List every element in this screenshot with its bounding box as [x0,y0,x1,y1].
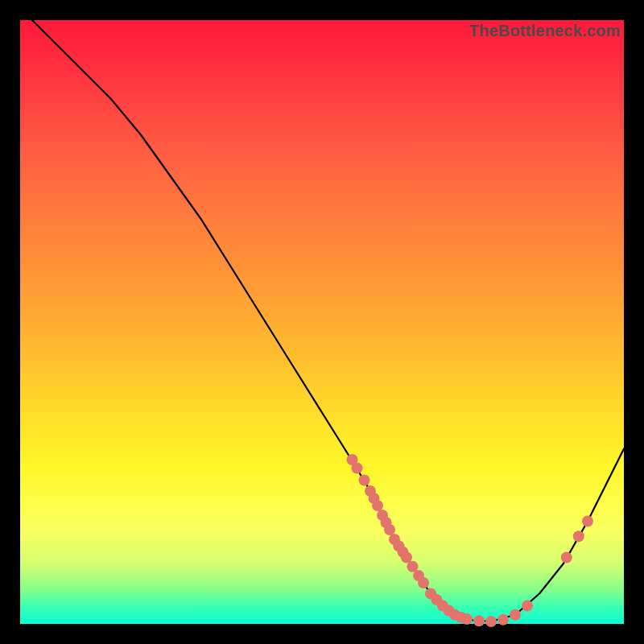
bottleneck-curve-line [32,20,624,621]
curve-marker [359,475,370,486]
chart-frame: TheBottleneck.com [20,20,624,624]
curve-marker [573,530,584,542]
curve-marker [497,614,509,625]
curve-marker [582,516,593,527]
curve-marker [485,616,497,627]
curve-marker [372,500,383,511]
curve-marker [384,524,395,535]
curve-marker [510,609,521,621]
curve-marker [418,577,429,588]
curve-marker [352,463,363,474]
chart-svg [20,20,624,624]
curve-marker [561,552,572,564]
curve-marker [473,615,485,626]
curve-markers-group [347,454,594,627]
curve-marker [461,613,473,625]
curve-marker [522,601,533,612]
